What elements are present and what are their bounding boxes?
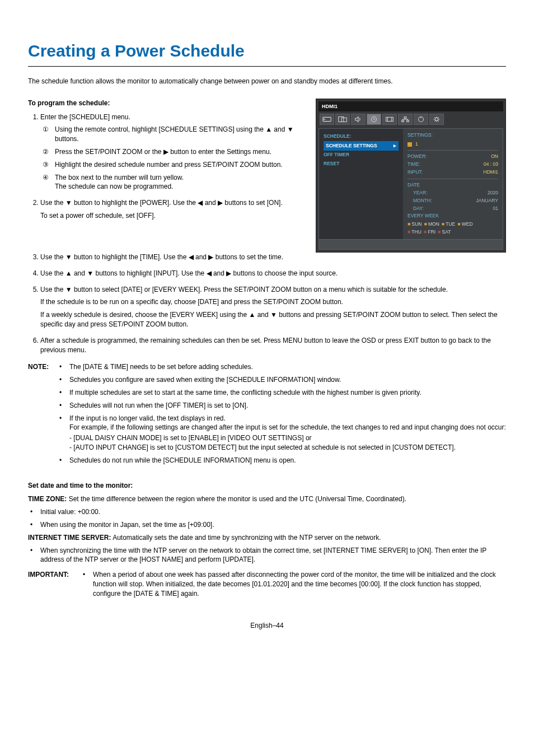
- note-4: Schedules will not run when the [OFF TIM…: [59, 401, 506, 410]
- osd-tab-network-icon: [398, 114, 413, 125]
- its-bullet-1: When synchronizing the time with the NTP…: [30, 546, 506, 565]
- step-2: Use the ▼ button to highlight the [POWER…: [40, 198, 308, 221]
- datetime-heading: Set date and time to the monitor:: [28, 481, 506, 491]
- osd-schedule-number: 1: [415, 141, 418, 148]
- osd-tab-slot-icon: [382, 114, 397, 125]
- osd-weekday-row: ■ SUN ■ MON ■ TUE ■ WED: [407, 221, 498, 228]
- step-1-text: Enter the [SCHEDULE] menu.: [40, 113, 130, 121]
- svg-rect-4: [386, 118, 394, 122]
- osd-footer: [318, 240, 503, 250]
- osd-year-value: 2020: [488, 190, 498, 197]
- circled-three-icon: ③: [40, 160, 50, 170]
- osd-tab-input-icon: [320, 114, 334, 125]
- its-label: INTERNET TIME SERVER:: [28, 534, 111, 542]
- program-schedule-heading: To program the schedule:: [28, 99, 308, 108]
- note-1: The [DATE & TIME] needs to be set before…: [59, 362, 506, 372]
- osd-menu-reset: RESET: [324, 160, 399, 169]
- osd-tab-audio-icon: [351, 114, 366, 125]
- step-3: Use the ▼ button to highlight the [TIME]…: [40, 253, 506, 262]
- svg-rect-8: [402, 120, 404, 122]
- osd-power-value: ON: [491, 153, 498, 160]
- osd-power-label: POWER:: [407, 153, 427, 160]
- osd-time-value: 04 : 03: [484, 161, 498, 168]
- osd-month-value: JANUARY: [476, 198, 498, 204]
- step-1-substep-3: ③Highlight the desired schedule number a…: [40, 160, 308, 170]
- osd-schedule-number-box: [407, 142, 412, 147]
- osd-tab-picture-icon: [335, 114, 350, 125]
- note-6: Schedules do not run while the [SCHEDULE…: [59, 456, 506, 465]
- osd-tab-schedule-icon: [367, 114, 381, 125]
- osd-input-label: INPUT:: [407, 169, 423, 176]
- page-title: Creating a Power Schedule: [28, 39, 506, 67]
- svg-point-12: [435, 118, 438, 121]
- circled-one-icon: ①: [40, 125, 50, 144]
- osd-day-label: DAY:: [413, 206, 424, 212]
- note-label: NOTE:: [28, 362, 55, 468]
- osd-input-title: HDMI1: [318, 101, 503, 112]
- osd-settings-label: SETTINGS:: [407, 132, 433, 139]
- important-body: When a period of about one week has pass…: [93, 570, 506, 598]
- osd-year-label: YEAR:: [413, 190, 428, 197]
- step-1-substep-2: ②Press the SET/POINT ZOOM or the ▶ butto…: [40, 147, 308, 157]
- circled-two-icon: ②: [40, 147, 50, 157]
- its-line: INTERNET TIME SERVER: Automatically sets…: [28, 533, 506, 543]
- osd-menu-off-timer: OFF TIMER: [324, 151, 399, 160]
- intro-text: The schedule function allows the monitor…: [28, 77, 506, 86]
- circled-four-icon: ④: [40, 173, 50, 192]
- timezone-bullet-1: Initial value: +00:00.: [30, 507, 506, 517]
- osd-input-value: HDMI1: [484, 169, 498, 176]
- osd-everyweek-label: EVERY WEEK: [407, 213, 439, 220]
- osd-selection-arrow-icon: ▸: [394, 142, 396, 150]
- osd-day-value: 01: [493, 206, 498, 212]
- step-1-substep-4: ④The box next to the number will turn ye…: [40, 173, 308, 192]
- svg-rect-7: [404, 117, 406, 119]
- osd-menu-schedule-settings: SCHEDULE SETTINGS▸: [324, 141, 399, 151]
- note-5: If the input is no longer valid, the tex…: [59, 414, 506, 452]
- osd-screenshot: HDMI1 SCHEDULE: SCHEDULE SETTINGS▸ OFF T…: [316, 99, 506, 253]
- osd-date-label: DATE: [407, 182, 420, 189]
- timezone-label: TIME ZONE:: [28, 495, 67, 503]
- osd-time-label: TIME:: [407, 161, 420, 168]
- page-footer: English–44: [28, 621, 506, 631]
- osd-weekday-row-2: ■ THU ■ FRI ■ SAT: [407, 229, 498, 236]
- note-3: If multiple schedules are set to start a…: [59, 388, 506, 398]
- svg-rect-9: [407, 120, 409, 122]
- timezone-bullet-2: When using the monitor in Japan, set the…: [30, 520, 506, 530]
- osd-tab-protect-icon: [414, 114, 428, 125]
- step-6: After a schedule is programmed, the rema…: [40, 336, 506, 355]
- osd-tab-system-icon: [429, 114, 444, 125]
- timezone-line: TIME ZONE: Set the time difference betwe…: [28, 494, 506, 504]
- step-5: Use the ▼ button to select [DATE] or [EV…: [40, 285, 506, 329]
- note-2: Schedules you configure are saved when e…: [59, 375, 506, 385]
- osd-menu-heading: SCHEDULE:: [324, 132, 399, 141]
- important-label: IMPORTANT:: [28, 570, 78, 598]
- step-1-substep-1: ①Using the remote control, highlight [SC…: [40, 125, 308, 144]
- osd-month-label: MONTH:: [413, 198, 432, 204]
- step-1: Enter the [SCHEDULE] menu. ①Using the re…: [40, 113, 308, 192]
- svg-rect-2: [341, 118, 346, 122]
- step-4: Use the ▲ and ▼ buttons to highlight [IN…: [40, 269, 506, 278]
